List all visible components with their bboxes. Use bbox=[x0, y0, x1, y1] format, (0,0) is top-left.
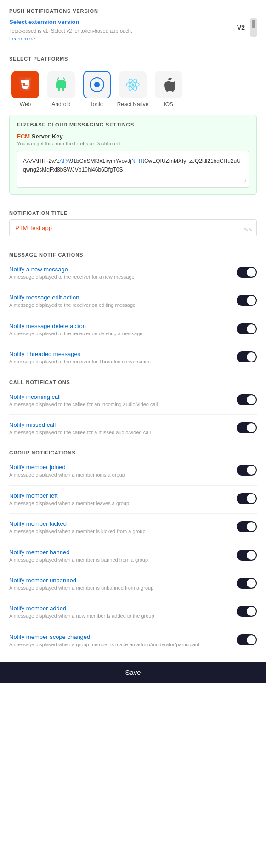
save-button[interactable]: Save bbox=[9, 668, 257, 676]
edit-icon: ✎✎ bbox=[244, 227, 252, 233]
notify-member-kicked-item: Notify member kicked A message displayed… bbox=[0, 516, 266, 540]
group-notifications-header: GROUP NOTIFICATIONS bbox=[0, 441, 266, 459]
notify-new-message-desc: A message displayed to the receiver for … bbox=[9, 274, 231, 281]
notify-edit-action-title: Notify message edit action bbox=[9, 294, 231, 301]
notify-incoming-call-toggle[interactable] bbox=[237, 394, 257, 405]
notify-threaded-messages-title: Notify Threaded messages bbox=[9, 351, 231, 357]
react-native-label: React Native bbox=[117, 101, 149, 108]
notify-missed-call-title: Notify missed call bbox=[9, 421, 231, 428]
notification-title-input[interactable]: PTM Test app bbox=[9, 219, 257, 236]
divider bbox=[9, 316, 257, 316]
platform-react-native[interactable]: React Native bbox=[117, 71, 149, 108]
platform-ionic[interactable]: Ionic bbox=[81, 71, 113, 108]
fcm-acronym: FCM bbox=[17, 133, 30, 140]
notify-member-banned-title: Notify member banned bbox=[9, 549, 231, 556]
ionic-label: Ionic bbox=[91, 101, 102, 108]
notify-member-kicked-toggle[interactable] bbox=[237, 521, 257, 532]
svg-point-9 bbox=[63, 77, 64, 78]
push-notifications-version-section: PUSH NOTIFICATIONS VERSION Select extens… bbox=[0, 0, 266, 48]
notify-incoming-call-item: Notify incoming call A message displayed… bbox=[0, 389, 266, 413]
notify-member-added-toggle[interactable] bbox=[237, 606, 257, 617]
notify-member-added-title: Notify member added bbox=[9, 605, 231, 612]
svg-line-7 bbox=[64, 78, 65, 80]
divider bbox=[9, 485, 257, 486]
notify-member-left-toggle[interactable] bbox=[237, 493, 257, 504]
call-notifications-header: CALL NOTIFICATIONS bbox=[0, 370, 266, 389]
notify-member-joined-item: Notify member joined A message displayed… bbox=[0, 459, 266, 483]
notify-missed-call-desc: A message displayed to the callee for a … bbox=[9, 429, 231, 436]
fcm-server-key-label: FCM Server Key bbox=[17, 133, 249, 140]
android-icon-wrap bbox=[47, 71, 75, 98]
select-version-label: Select extension version bbox=[9, 18, 233, 25]
notify-member-unbanned-item: Notify member unbanned A message display… bbox=[0, 572, 266, 596]
notify-member-unbanned-title: Notify member unbanned bbox=[9, 577, 231, 584]
notify-delete-action-item: Notify message delete action A message d… bbox=[0, 318, 266, 342]
notify-delete-action-desc: A message displayed to the receiver on d… bbox=[9, 330, 231, 337]
react-native-icon bbox=[125, 76, 141, 93]
notify-member-scope-changed-desc: A message displayed when a group member … bbox=[9, 641, 231, 648]
divider bbox=[9, 598, 257, 598]
notify-new-message-toggle[interactable] bbox=[237, 267, 257, 278]
android-icon bbox=[53, 76, 69, 93]
divider bbox=[9, 542, 257, 542]
platform-android[interactable]: Android bbox=[45, 71, 77, 108]
fcm-key-value: AAAAHIF-2vA:APA91bGnSMI3x1kymYvovJjNFHtC… bbox=[23, 158, 241, 173]
notify-member-added-desc: A message displayed when a new member is… bbox=[9, 613, 231, 620]
notify-member-banned-toggle[interactable] bbox=[237, 550, 257, 561]
fcm-desc: You can get this from the Firebase Dashb… bbox=[17, 141, 249, 146]
resize-handle: ↗ bbox=[243, 178, 247, 185]
platforms-row: Web Android bbox=[0, 65, 266, 115]
version-scrollbar[interactable] bbox=[250, 18, 257, 37]
notify-member-scope-changed-toggle[interactable] bbox=[237, 634, 257, 645]
notify-threaded-messages-desc: A message displayed to the receiver for … bbox=[9, 358, 231, 365]
message-notifications-header: MESSAGE NOTIFICATIONS bbox=[0, 244, 266, 261]
notify-member-banned-item: Notify member banned A message displayed… bbox=[0, 544, 266, 568]
notify-new-message-item: Notify a new message A message displayed… bbox=[0, 261, 266, 285]
notification-title-value: PTM Test app bbox=[15, 224, 52, 231]
react-native-icon-wrap bbox=[119, 71, 147, 98]
divider bbox=[9, 344, 257, 344]
notify-edit-action-item: Notify message edit action A message dis… bbox=[0, 289, 266, 313]
notify-new-message-title: Notify a new message bbox=[9, 266, 231, 273]
select-platforms-title: SELECT PLATFORMS bbox=[0, 48, 266, 65]
notify-missed-call-item: Notify missed call A message displayed t… bbox=[0, 417, 266, 441]
version-selector[interactable]: V2 bbox=[233, 18, 257, 37]
firebase-section: FIREBASE CLOUD MESSAGING SETTINGS FCM Se… bbox=[9, 115, 257, 195]
notify-member-left-title: Notify member left bbox=[9, 492, 231, 499]
ios-icon-wrap bbox=[155, 71, 182, 98]
notify-edit-action-desc: A message displayed to the receiver on e… bbox=[9, 302, 231, 309]
ios-label: iOS bbox=[164, 101, 173, 108]
notify-edit-action-toggle[interactable] bbox=[237, 295, 257, 306]
ionic-icon-wrap bbox=[83, 71, 111, 98]
svg-point-13 bbox=[132, 84, 134, 86]
notify-member-kicked-desc: A message displayed when a member is kic… bbox=[9, 528, 231, 535]
platform-web[interactable]: Web bbox=[9, 71, 41, 108]
apple-icon bbox=[162, 77, 175, 92]
notify-member-scope-changed-title: Notify member scope changed bbox=[9, 633, 231, 640]
firebase-title: FIREBASE CLOUD MESSAGING SETTINGS bbox=[17, 122, 249, 127]
fcm-key-box[interactable]: AAAAHIF-2vA:APA91bGnSMI3x1kymYvovJjNFHtC… bbox=[17, 151, 249, 188]
notify-missed-call-toggle[interactable] bbox=[237, 422, 257, 433]
notification-title-section-header: NOTIFICATION TITLE bbox=[0, 202, 266, 219]
version-value: V2 bbox=[233, 22, 249, 33]
notify-member-unbanned-desc: A message displayed when a member is unb… bbox=[9, 585, 231, 592]
notify-member-left-item: Notify member left A message displayed w… bbox=[0, 488, 266, 512]
ionic-icon bbox=[89, 76, 105, 93]
notify-delete-action-toggle[interactable] bbox=[237, 323, 257, 334]
version-desc: Topic-based is v1. Select v2 for token-b… bbox=[9, 27, 233, 42]
divider bbox=[9, 570, 257, 570]
notify-member-joined-toggle[interactable] bbox=[237, 465, 257, 476]
svg-line-6 bbox=[57, 78, 58, 80]
learn-more-link[interactable]: Learn more. bbox=[9, 36, 36, 41]
platform-ios[interactable]: iOS bbox=[153, 71, 185, 108]
web-label: Web bbox=[20, 101, 31, 108]
save-bar: Save bbox=[0, 662, 266, 683]
notify-member-joined-title: Notify member joined bbox=[9, 464, 231, 471]
notify-member-kicked-title: Notify member kicked bbox=[9, 520, 231, 527]
notify-member-unbanned-toggle[interactable] bbox=[237, 578, 257, 589]
notify-threaded-messages-toggle[interactable] bbox=[237, 351, 257, 362]
divider bbox=[9, 414, 257, 415]
svg-point-8 bbox=[58, 77, 59, 78]
notify-threaded-messages-item: Notify Threaded messages A message displ… bbox=[0, 346, 266, 370]
divider bbox=[9, 627, 257, 627]
